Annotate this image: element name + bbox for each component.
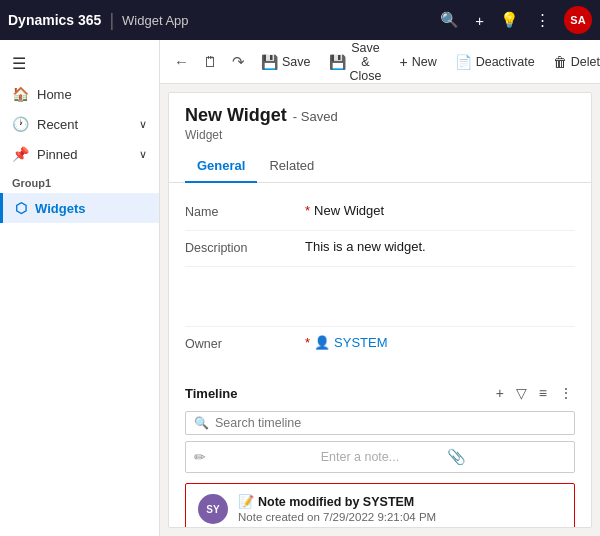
new-icon: + bbox=[399, 54, 407, 70]
add-icon-button[interactable]: + bbox=[473, 10, 486, 31]
hamburger-button[interactable]: ☰ bbox=[0, 48, 159, 79]
field-row-name: Name * New Widget bbox=[185, 195, 575, 231]
more-icon-button[interactable]: ⋮ bbox=[533, 9, 552, 31]
new-button[interactable]: + New bbox=[391, 48, 444, 76]
entry-title: 📝 Note modified by SYSTEM bbox=[238, 494, 492, 509]
timeline-add-icon: + bbox=[496, 385, 504, 401]
back-button[interactable]: ← bbox=[168, 47, 195, 76]
lightbulb-icon: 💡 bbox=[500, 11, 519, 29]
name-field-value[interactable]: New Widget bbox=[314, 203, 575, 218]
nav-more-icon: ⋮ bbox=[535, 11, 550, 29]
forward-icon: ↷ bbox=[232, 53, 245, 70]
timeline-section: Timeline + ▽ ≡ ⋮ bbox=[169, 375, 591, 528]
owner-field-value[interactable]: 👤 SYSTEM bbox=[314, 335, 575, 350]
timeline-list-button[interactable]: ≡ bbox=[537, 383, 549, 403]
chevron-down-icon: ∨ bbox=[139, 148, 147, 161]
tab-general[interactable]: General bbox=[185, 150, 257, 183]
entry-content: *WEB* bbox=[238, 525, 492, 528]
sidebar-item-home-label: Home bbox=[37, 87, 72, 102]
field-row-owner: Owner * 👤 SYSTEM bbox=[185, 327, 575, 363]
entry-body: 📝 Note modified by SYSTEM Note created o… bbox=[238, 494, 492, 528]
sidebar-item-recent[interactable]: 🕐 Recent ∨ bbox=[0, 109, 159, 139]
timeline-actions: + ▽ ≡ ⋮ bbox=[494, 383, 575, 403]
owner-field-label: Owner bbox=[185, 335, 305, 351]
page-icon: 🗒 bbox=[203, 53, 218, 70]
owner-required-indicator: * bbox=[305, 335, 310, 350]
delete-button[interactable]: 🗑 Delete bbox=[545, 48, 600, 76]
deactivate-button[interactable]: 📄 Deactivate bbox=[447, 48, 543, 76]
description-field-value[interactable]: This is a new widget. bbox=[305, 239, 575, 254]
new-label: New bbox=[412, 55, 437, 69]
avatar[interactable]: SA bbox=[564, 6, 592, 34]
save-button[interactable]: 💾 Save bbox=[253, 48, 319, 76]
add-icon: + bbox=[475, 12, 484, 29]
save-close-label: Save & Close bbox=[350, 41, 382, 83]
sidebar-item-home[interactable]: 🏠 Home bbox=[0, 79, 159, 109]
timeline-search-icon: 🔍 bbox=[194, 416, 209, 430]
tab-related[interactable]: Related bbox=[257, 150, 326, 183]
field-row-empty bbox=[185, 267, 575, 327]
entry-footer: 5:21 PM ∨ bbox=[502, 494, 562, 528]
search-icon-button[interactable]: 🔍 bbox=[438, 9, 461, 31]
lightbulb-icon-button[interactable]: 💡 bbox=[498, 9, 521, 31]
search-icon: 🔍 bbox=[440, 11, 459, 29]
nav-brand-text: Dynamics 365 bbox=[8, 12, 101, 28]
form-area: New Widget - Saved Widget General Relate… bbox=[168, 92, 592, 528]
entry-note-icon: 📝 bbox=[238, 494, 254, 509]
deactivate-icon: 📄 bbox=[455, 54, 472, 70]
timeline-list-icon: ≡ bbox=[539, 385, 547, 401]
save-icon: 💾 bbox=[261, 54, 278, 70]
timeline-search-input[interactable] bbox=[215, 416, 566, 430]
timeline-entry: SY 📝 Note modified by SYSTEM Note create… bbox=[185, 483, 575, 528]
sidebar: ☰ 🏠 Home 🕐 Recent ∨ 📌 Pinned ∨ Group1 ⬡ … bbox=[0, 40, 160, 536]
form-fields: Name * New Widget Description This is a … bbox=[169, 183, 591, 375]
main-area: ← 🗒 ↷ 💾 Save 💾 Save & Close + New 📄 bbox=[160, 40, 600, 536]
sidebar-item-widgets-label: Widgets bbox=[35, 201, 85, 216]
back-icon: ← bbox=[174, 53, 189, 70]
save-close-button[interactable]: 💾 Save & Close bbox=[321, 40, 390, 89]
form-title: New Widget bbox=[185, 105, 287, 126]
chevron-down-icon: ∨ bbox=[139, 118, 147, 131]
nav-icons: 🔍 + 💡 ⋮ SA bbox=[438, 6, 592, 34]
delete-label: Delete bbox=[571, 55, 600, 69]
save-label: Save bbox=[282, 55, 311, 69]
note-edit-icon: ✏ bbox=[194, 449, 313, 465]
sidebar-item-widgets[interactable]: ⬡ Widgets bbox=[0, 193, 159, 223]
page-icon-button[interactable]: 🗒 bbox=[197, 47, 224, 76]
pin-icon: 📌 bbox=[12, 146, 29, 162]
sidebar-group-label: Group1 bbox=[0, 169, 159, 193]
timeline-title: Timeline bbox=[185, 386, 494, 401]
nav-app-name: Widget App bbox=[122, 13, 189, 28]
save-close-icon: 💾 bbox=[329, 54, 346, 70]
timeline-search-bar[interactable]: 🔍 bbox=[185, 411, 575, 435]
form-tabs: General Related bbox=[169, 150, 591, 183]
home-icon: 🏠 bbox=[12, 86, 29, 102]
form-subtitle: Widget bbox=[185, 128, 575, 142]
name-field-label: Name bbox=[185, 203, 305, 219]
top-nav: Dynamics 365 | Widget App 🔍 + 💡 ⋮ SA bbox=[0, 0, 600, 40]
sidebar-item-pinned[interactable]: 📌 Pinned ∨ bbox=[0, 139, 159, 169]
timeline-filter-button[interactable]: ▽ bbox=[514, 383, 529, 403]
timeline-add-button[interactable]: + bbox=[494, 383, 506, 403]
delete-icon: 🗑 bbox=[553, 54, 567, 70]
layout: ☰ 🏠 Home 🕐 Recent ∨ 📌 Pinned ∨ Group1 ⬡ … bbox=[0, 40, 600, 536]
command-bar: ← 🗒 ↷ 💾 Save 💾 Save & Close + New 📄 bbox=[160, 40, 600, 84]
forward-button[interactable]: ↷ bbox=[226, 47, 251, 77]
name-required-indicator: * bbox=[305, 203, 310, 218]
nav-divider: | bbox=[109, 10, 114, 31]
timeline-more-button[interactable]: ⋮ bbox=[557, 383, 575, 403]
note-input-placeholder[interactable]: Enter a note... bbox=[321, 450, 440, 464]
form-saved-badge: - Saved bbox=[293, 109, 338, 124]
attach-icon[interactable]: 📎 bbox=[447, 448, 566, 466]
owner-icon: 👤 bbox=[314, 335, 330, 350]
entry-meta: Note created on 7/29/2022 9:21:04 PM bbox=[238, 511, 492, 523]
deactivate-label: Deactivate bbox=[476, 55, 535, 69]
sidebar-item-recent-label: Recent bbox=[37, 117, 78, 132]
sidebar-item-pinned-label: Pinned bbox=[37, 147, 77, 162]
note-input-row: ✏ Enter a note... 📎 bbox=[185, 441, 575, 473]
timeline-filter-icon: ▽ bbox=[516, 385, 527, 401]
recent-icon: 🕐 bbox=[12, 116, 29, 132]
entry-avatar: SY bbox=[198, 494, 228, 524]
timeline-more-icon: ⋮ bbox=[559, 385, 573, 401]
timeline-header: Timeline + ▽ ≡ ⋮ bbox=[185, 383, 575, 403]
